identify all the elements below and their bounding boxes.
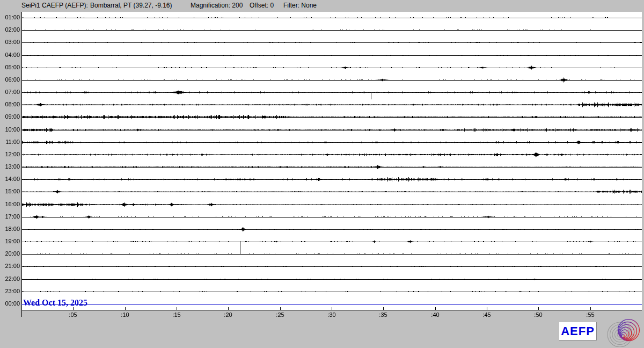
date-label: Wed Oct 15, 2025 — [23, 298, 87, 308]
minute-tick-label: :20 — [221, 311, 235, 318]
minute-tick-label: :10 — [118, 311, 132, 318]
hour-label: 09:00 — [0, 113, 20, 120]
aefp-logo-text: AEFP — [561, 324, 595, 338]
hour-label: 16:00 — [0, 201, 20, 208]
hour-label: 08:00 — [0, 101, 20, 108]
hour-label: 01:00 — [0, 14, 20, 21]
minute-tick-label: :55 — [583, 311, 597, 318]
aefp-logo: AEFP — [559, 322, 597, 340]
hour-label: 05:00 — [0, 64, 20, 71]
minute-tick-label: :15 — [170, 311, 184, 318]
hour-label: 10:00 — [0, 126, 20, 133]
hour-label: 03:00 — [0, 39, 20, 46]
minute-tick-label: :35 — [376, 311, 390, 318]
minute-tick-label: :30 — [325, 311, 339, 318]
hour-label: 15:00 — [0, 188, 20, 195]
hour-label: 07:00 — [0, 89, 20, 96]
hour-label: 00:00 — [0, 300, 20, 307]
minute-tick-label: :05 — [66, 311, 80, 318]
hour-label: 02:00 — [0, 26, 20, 33]
minute-tick-label: :25 — [273, 311, 287, 318]
seismic-spiral-icon — [605, 319, 643, 347]
hour-label: 13:00 — [0, 163, 20, 170]
hour-label: 22:00 — [0, 276, 20, 282]
hour-label: 11:00 — [0, 139, 20, 146]
hour-label: 18:00 — [0, 226, 20, 233]
hour-label: 17:00 — [0, 213, 20, 220]
hour-label: 12:00 — [0, 151, 20, 158]
hour-label: 04:00 — [0, 52, 20, 59]
helicorder-plot-canvas[interactable] — [0, 0, 644, 348]
hour-label: 19:00 — [0, 238, 20, 245]
hour-label: 21:00 — [0, 263, 20, 270]
minute-tick-label: :50 — [531, 311, 545, 318]
minute-tick-label: :45 — [480, 311, 494, 318]
hour-label: 23:00 — [0, 288, 20, 295]
hour-label: 14:00 — [0, 176, 20, 183]
minute-tick-label: :40 — [428, 311, 442, 318]
hour-label: 06:00 — [0, 76, 20, 83]
hour-label: 20:00 — [0, 250, 20, 257]
helicorder-window: SeiPi1 CAEFP (AEFP): Bombarral, PT (39.2… — [0, 0, 644, 348]
